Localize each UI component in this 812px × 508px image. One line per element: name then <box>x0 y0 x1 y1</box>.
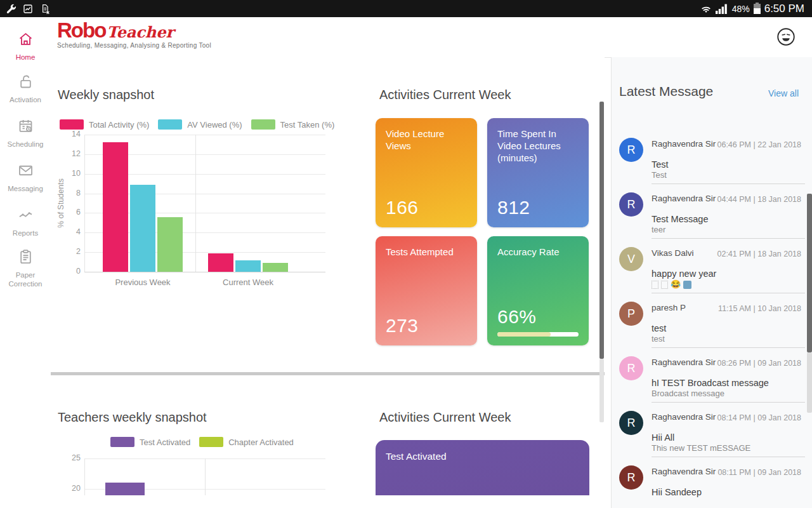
avatar: P <box>619 302 643 326</box>
card-title: Test Activated <box>386 450 582 462</box>
sidebar-item-label: Paper Correction <box>0 271 51 289</box>
message-divider <box>652 238 805 239</box>
signal-strength-icon <box>716 3 728 15</box>
message-title: test <box>652 323 666 333</box>
card-value: 166 <box>386 197 419 218</box>
x-axis-label-current-week: Current Week <box>223 277 273 287</box>
message-sender-name: Vikas Dalvi <box>652 248 694 258</box>
legend-label: Test Taken (%) <box>280 120 335 130</box>
message-timestamp: 06:46 PM | 22 Jan 2018 <box>717 140 801 149</box>
screenshot-chart-icon <box>22 3 34 15</box>
legend-label: Chapter Activated <box>228 438 294 447</box>
message-title: Test Message <box>652 214 708 224</box>
message-divider <box>652 402 805 403</box>
message-item[interactable]: VVikas Dalvi02:41 PM | 18 Jan 2018happy … <box>612 246 812 300</box>
gridline <box>84 272 325 272</box>
main-scrollbar-thumb[interactable] <box>599 102 604 359</box>
y-tick-label: 0 <box>59 267 81 276</box>
y-tick-label: 14 <box>59 130 81 138</box>
sidebar-item-label: Scheduling <box>0 140 51 149</box>
message-title: hI TEST Broadcast message <box>652 378 769 388</box>
card-value: 812 <box>497 197 530 218</box>
x-axis-label-previous-week: Previous Week <box>115 277 170 287</box>
smiley-face-icon[interactable] <box>775 26 797 48</box>
weekly-chart-legend: Total Activity (%)AV Viewed (%)Test Take… <box>60 119 343 130</box>
legend-swatch <box>251 119 275 130</box>
message-timestamp: 04:44 PM | 18 Jan 2018 <box>717 195 801 204</box>
bar-test-taken-previous-week <box>157 217 183 272</box>
message-timestamp: 08:11 PM | 09 Jan 2018 <box>717 468 801 477</box>
legend-swatch <box>60 119 84 130</box>
section-divider <box>51 372 605 375</box>
message-item[interactable]: RRaghavendra Sir08:14 PM | 09 Jan 2018Hi… <box>612 410 812 464</box>
message-subtitle: Broadcast message <box>652 389 724 398</box>
emoji-image-badge <box>683 281 691 289</box>
activities-current-week-title: Activities Current Week <box>379 88 511 102</box>
envelope-icon <box>17 162 34 179</box>
sidebar-item-home[interactable]: Home <box>0 30 51 62</box>
message-item[interactable]: RRaghavendra Sir08:11 PM | 09 Jan 2018Hi… <box>612 464 812 508</box>
latest-message-title: Latest Message <box>619 84 713 99</box>
card-value: 66% <box>497 306 537 328</box>
sidebar-item-messaging[interactable]: Messaging <box>0 162 51 193</box>
legend-swatch <box>110 437 134 447</box>
latest-message-panel: Latest Message View all RRaghavendra Sir… <box>611 57 812 508</box>
message-sender-name: Raghavendra Sir <box>652 194 716 203</box>
avatar: V <box>619 247 643 271</box>
app-header: RoboTeacher Scheduling, Messaging, Analy… <box>51 17 812 58</box>
test-activated-card[interactable]: Test Activated <box>376 440 589 495</box>
y-tick-label: 25 <box>59 453 81 462</box>
card-value: 273 <box>386 315 419 337</box>
panel-scrollbar-track[interactable] <box>807 352 812 413</box>
robo-teacher-logo[interactable]: RoboTeacher Scheduling, Messaging, Analy… <box>57 21 211 49</box>
message-item[interactable]: Pparesh P11:15 AM | 10 Jan 2018testtest <box>612 300 812 355</box>
activities-current-week-title-2: Activities Current Week <box>379 410 511 425</box>
video-lecture-views-card[interactable]: Video Lecture Views 166 <box>376 118 477 227</box>
message-sender-name: Raghavendra Sir <box>652 139 716 149</box>
legend-item-av-viewed: AV Viewed (%) <box>158 119 242 130</box>
unrenderable-emoji-glyph <box>661 281 668 289</box>
logo-text-robo: Robo <box>57 18 105 42</box>
main-scrollbar-track[interactable] <box>599 359 604 422</box>
card-title: Time Spent In Video Lectures (minutes) <box>497 128 581 164</box>
gridline-vertical <box>84 458 85 495</box>
message-item[interactable]: RRaghavendra Sir08:26 PM | 09 Jan 2018hI… <box>612 355 812 410</box>
view-all-link[interactable]: View all <box>768 88 799 98</box>
message-timestamp: 08:26 PM | 09 Jan 2018 <box>717 359 801 368</box>
message-item[interactable]: RRaghavendra Sir06:46 PM | 22 Jan 2018Te… <box>612 137 812 191</box>
dashboard-main: Weekly snapshot Total Activity (%)AV Vie… <box>51 57 605 495</box>
legend-item-test-taken: Test Taken (%) <box>251 119 335 130</box>
accuracy-progress-fill <box>497 332 551 337</box>
accuracy-rate-card[interactable]: Accuracy Rate 66% <box>487 236 589 345</box>
message-subtitle: teer <box>652 225 665 234</box>
status-right-cluster: 48% 6:50 PM <box>700 3 812 15</box>
legend-label: Test Activated <box>140 438 190 447</box>
bar-total-activity-previous-week <box>103 142 128 272</box>
legend-label: Total Activity (%) <box>89 120 149 130</box>
message-subtitle: test <box>652 334 665 344</box>
home-icon <box>17 30 34 48</box>
message-title: Test <box>652 159 669 170</box>
message-subtitle: This new TEST mESSAGE <box>652 443 750 453</box>
legend-item-test-activated: Test Activated <box>110 437 190 447</box>
sidebar-item-activation[interactable]: Activation <box>0 73 51 104</box>
gridline-vertical <box>84 135 85 272</box>
sidebar-item-scheduling[interactable]: Scheduling <box>0 117 51 149</box>
message-item[interactable]: RRaghavendra Sir04:44 PM | 18 Jan 2018Te… <box>612 191 812 246</box>
message-divider <box>652 293 805 293</box>
panel-scrollbar-thumb[interactable] <box>807 194 812 352</box>
legend-item-total-activity: Total Activity (%) <box>60 119 149 130</box>
wrench-icon <box>5 3 16 15</box>
message-divider <box>652 457 805 457</box>
time-spent-card[interactable]: Time Spent In Video Lectures (minutes) 8… <box>487 118 589 227</box>
message-title: Hii Sandeep <box>652 487 702 497</box>
sidebar-item-label: Activation <box>0 95 51 104</box>
sidebar-item-paper-correction[interactable]: Paper Correction <box>0 248 51 289</box>
sim-missing-icon <box>39 3 51 15</box>
legend-item-chapter-activated: Chapter Activated <box>199 437 294 447</box>
bar-test-activated-previous-week <box>105 483 145 495</box>
sidebar-item-reports[interactable]: Reports <box>0 206 51 237</box>
tests-attempted-card[interactable]: Tests Attempted 273 <box>376 236 477 345</box>
weekly-snapshot-chart: % of Students 02468101214Previous WeekCu… <box>84 135 325 272</box>
gridline-vertical <box>205 458 206 495</box>
